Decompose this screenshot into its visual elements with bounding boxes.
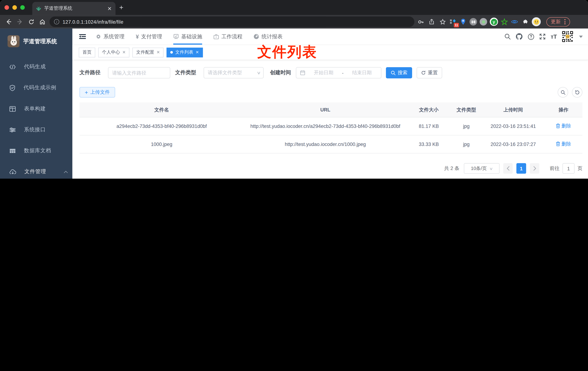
top-menu-infrastructure[interactable]: 基础设施 (173, 29, 202, 45)
tag-file-list[interactable]: 文件列表 ✕ (167, 47, 203, 57)
start-date-placeholder[interactable]: 开始日期 (308, 69, 339, 76)
chevron-down-icon: ∨ (257, 70, 261, 75)
top-menu-workflow[interactable]: 工作流程 (213, 29, 242, 45)
site-info-icon[interactable]: i (54, 19, 59, 24)
y-extension-icon[interactable]: y (490, 18, 498, 26)
tag-label: 文件配置 (136, 49, 154, 55)
puzzle-extensions-icon[interactable] (521, 19, 529, 25)
browser-tab[interactable]: 芋道管理系统 ✕ (32, 2, 116, 15)
toolbar-right: 11 y 更新 (417, 17, 570, 26)
close-icon[interactable]: ✕ (156, 50, 160, 55)
goto-page: 前往 页 (550, 163, 582, 174)
date-range-picker[interactable]: 开始日期 - 结束日期 (296, 67, 381, 78)
close-window-button[interactable] (4, 5, 9, 10)
upload-file-button[interactable]: + 上传文件 (79, 87, 115, 97)
total-count: 共 2 条 (444, 165, 459, 172)
user-menu-caret-icon[interactable] (579, 35, 583, 38)
browser-tab-title: 芋道管理系统 (44, 5, 107, 11)
search-button[interactable]: 搜索 (386, 67, 412, 78)
browser-menu-icon[interactable] (564, 19, 566, 24)
chevron-down-icon: ∨ (489, 166, 493, 170)
table-tools (558, 87, 582, 97)
extension-grid-icon[interactable]: 11 (449, 18, 457, 26)
sidebar-item-system-api[interactable]: 系统接口 (0, 119, 73, 140)
logo-row[interactable]: 芋道管理系统 (0, 29, 73, 51)
reset-button-label: 重置 (428, 69, 438, 76)
table-row: 1000.jpeg http://test.yudao.iocoder.cn/1… (79, 136, 582, 154)
file-path-input[interactable] (108, 67, 170, 78)
delete-button[interactable]: 删除 (556, 122, 571, 130)
close-icon[interactable]: ✕ (196, 50, 199, 55)
collapse-sidebar-icon[interactable] (76, 30, 89, 43)
table-header: 文件名 URL 文件大小 文件类型 上传时间 操作 (79, 102, 582, 117)
home-icon[interactable] (37, 16, 48, 27)
top-menu-payment[interactable]: ¥ 支付管理 (136, 29, 162, 45)
top-menu-label: 统计报表 (262, 33, 283, 40)
reload-icon[interactable] (25, 16, 37, 27)
browser-update-button[interactable]: 更新 (546, 17, 570, 26)
gray-dot-extension-icon[interactable] (480, 18, 487, 26)
page-size-select[interactable]: 10条/页 ∨ (464, 163, 500, 174)
prev-page-button[interactable] (503, 163, 513, 174)
top-menu-label: 系统管理 (104, 33, 125, 40)
help-icon[interactable] (528, 33, 535, 40)
page-annotation: 文件列表 (257, 43, 317, 60)
tab-close-icon[interactable]: ✕ (107, 5, 112, 11)
refresh-table-icon[interactable] (572, 87, 582, 97)
close-icon[interactable]: ✕ (122, 50, 126, 55)
top-menu-system[interactable]: 系统管理 (96, 29, 125, 45)
fullscreen-icon[interactable] (539, 33, 546, 40)
code-icon (9, 64, 16, 70)
pin-extension-icon[interactable] (459, 18, 467, 26)
sidebar-item-file-management[interactable]: 文件管理 (0, 161, 73, 179)
form-builder-icon (9, 106, 16, 112)
new-tab-button[interactable]: + (119, 3, 123, 12)
github-icon[interactable] (516, 33, 523, 40)
show-search-icon[interactable] (558, 87, 568, 97)
tag-label: 首页 (83, 49, 92, 55)
sidebar-item-code-gen-example[interactable]: 代码生成示例 (0, 77, 73, 98)
table-toolbar: + 上传文件 (79, 87, 582, 97)
goto-page-input[interactable] (563, 163, 575, 174)
emoji-avatar-icon[interactable] (532, 17, 541, 26)
file-type-select[interactable]: 请选择文件类型 ∨ (204, 67, 264, 78)
search-button-label: 搜索 (398, 69, 407, 76)
forward-icon[interactable] (14, 16, 25, 27)
zoom-window-button[interactable] (20, 5, 25, 10)
address-bar[interactable]: i 127.0.0.1:1024/infra/file/file (50, 16, 414, 27)
col-file-size: 文件大小 (407, 102, 451, 117)
page-number-current[interactable]: 1 (516, 163, 526, 174)
bookmark-star-icon[interactable] (439, 19, 447, 25)
briefcase-icon (213, 34, 219, 39)
reset-button[interactable]: 重置 (417, 67, 442, 78)
url-text[interactable]: 127.0.0.1:1024/infra/file/file (63, 19, 124, 25)
back-icon[interactable] (3, 16, 14, 27)
sidebar-item-form-builder[interactable]: 表单构建 (0, 98, 73, 119)
minimize-window-button[interactable] (12, 5, 17, 10)
eye-extension-icon[interactable] (511, 18, 518, 26)
sidebar-item-code-generation[interactable]: 代码生成 (0, 56, 73, 77)
font-size-icon[interactable]: ᴛT (551, 33, 557, 40)
sidebar-item-db-doc[interactable]: 数据库文档 (0, 140, 73, 161)
command-extension-icon[interactable] (470, 18, 477, 26)
star-extension-icon[interactable] (501, 18, 508, 26)
logo-avatar (8, 35, 20, 47)
share-icon[interactable] (428, 19, 436, 25)
tag-home[interactable]: 首页 (79, 47, 95, 57)
search-icon[interactable] (504, 33, 511, 40)
browser-tab-strip: 芋道管理系统 ✕ + (0, 0, 588, 15)
active-tag-dot (170, 51, 173, 54)
cell-file-name: 1000.jpeg (79, 136, 244, 153)
end-date-placeholder[interactable]: 结束日期 (346, 69, 377, 76)
password-key-icon[interactable] (417, 19, 425, 25)
tag-profile[interactable]: 个人中心 ✕ (98, 47, 129, 57)
delete-button[interactable]: 删除 (556, 140, 571, 148)
cell-upload-time: 2022-03-16 23:07:27 (482, 136, 545, 153)
user-avatar-qr[interactable] (562, 31, 573, 42)
tag-file-config[interactable]: 文件配置 ✕ (132, 47, 164, 57)
top-menu-reports[interactable]: 统计报表 (253, 29, 283, 45)
shield-check-icon (9, 85, 15, 91)
next-page-button[interactable] (530, 163, 539, 174)
file-type-placeholder: 请选择文件类型 (208, 69, 242, 76)
plus-icon: + (85, 89, 88, 95)
